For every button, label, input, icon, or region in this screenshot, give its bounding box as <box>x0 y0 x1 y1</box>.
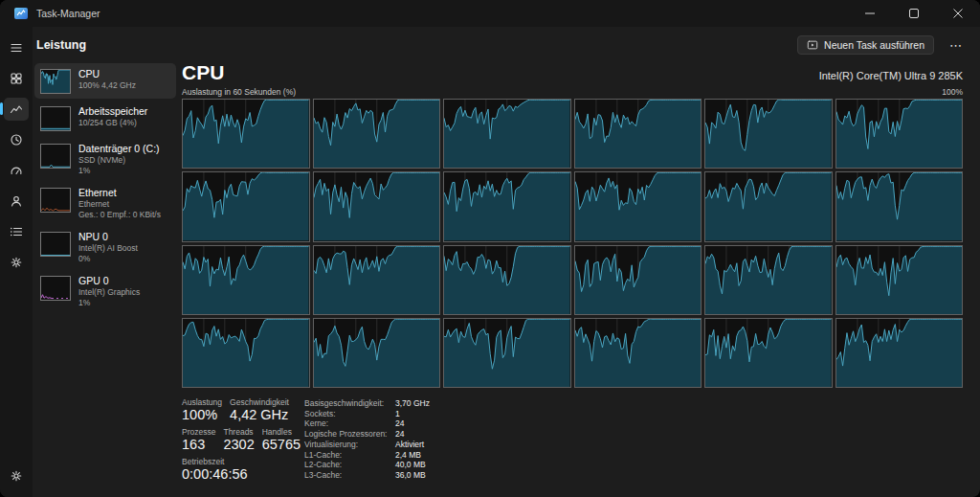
perf-item-gpu0[interactable]: GPU 0Intel(R) Graphics1% <box>34 270 176 312</box>
core-graph-3[interactable] <box>574 99 702 169</box>
perf-item-title: Arbeitsspeicher <box>78 105 147 118</box>
stat-value: 2302 <box>223 437 254 453</box>
detail-row: L2-Cache:40,0 MB <box>304 460 430 470</box>
core-graph-20[interactable] <box>443 318 571 388</box>
perf-item-subtext: SSD (NVMe) <box>78 155 160 166</box>
core-graph-0[interactable] <box>182 99 310 169</box>
chart-caption: Auslastung in 60 Sekunden (%) <box>182 87 296 97</box>
detail-value: 1 <box>395 409 400 419</box>
disk0-mini-graph <box>40 144 71 169</box>
core-graph-2[interactable] <box>443 99 571 169</box>
perf-item-title: GPU 0 <box>78 275 140 287</box>
stat-betriebszeit: Betriebszeit0:00:46:56 <box>182 457 248 483</box>
cpu-heading: CPU <box>182 61 224 84</box>
core-graph-12[interactable] <box>182 245 310 315</box>
core-graph-21[interactable] <box>574 318 702 388</box>
perf-item-subtext: 1% <box>78 166 160 176</box>
settings-button[interactable] <box>4 464 29 487</box>
nav-menu-button[interactable] <box>4 36 29 59</box>
core-graph-14[interactable] <box>443 245 571 315</box>
detail-row: L1-Cache:2,4 MB <box>304 450 430 461</box>
maximize-icon <box>909 9 919 18</box>
stat-label: Threads <box>223 427 254 437</box>
nav-services[interactable] <box>4 251 29 274</box>
stat-label: Auslastung <box>182 397 222 407</box>
perf-item-ethernet[interactable]: EthernetEthernetGes.: 0 Empf.: 0 KBit/s <box>34 182 176 224</box>
core-graph-16[interactable] <box>704 245 833 315</box>
core-graph-4[interactable] <box>704 99 833 169</box>
perf-item-subtext: 100% 4,42 GHz <box>78 80 136 91</box>
titlebar: Task-Manager <box>0 0 980 27</box>
speedometer-icon <box>10 164 23 177</box>
detail-value: 24 <box>395 429 404 440</box>
stat-value: 0:00:46:56 <box>182 466 248 483</box>
perf-item-subtext: Intel(R) AI Boost <box>78 243 138 254</box>
nav-users[interactable] <box>4 190 29 213</box>
task-manager-app-icon <box>13 6 29 21</box>
stat-value: 163 <box>182 437 215 453</box>
hamburger-icon <box>10 41 23 55</box>
command-bar: Leistung Neuen Task ausführen ⋯ <box>33 27 980 63</box>
core-graph-1[interactable] <box>313 99 441 169</box>
chart-max-label: 100% <box>942 87 963 97</box>
core-graph-9[interactable] <box>574 171 702 241</box>
core-graph-15[interactable] <box>574 245 702 315</box>
core-graph-23[interactable] <box>835 318 964 388</box>
detail-row: Kerne:24 <box>304 418 430 429</box>
nav-app-history[interactable] <box>4 128 29 151</box>
run-new-task-button[interactable]: Neuen Task ausführen <box>797 35 934 55</box>
close-icon <box>953 9 963 18</box>
stat-value: 100% <box>182 407 222 423</box>
stat-label: Handles <box>262 427 301 437</box>
perf-item-cpu[interactable]: CPU100% 4,42 GHz <box>34 63 176 99</box>
detail-label: L2-Cache: <box>304 460 395 470</box>
services-gear-icon <box>10 256 23 269</box>
stat-geschwindigkeit: Geschwindigkeit4,42 GHz <box>230 397 289 423</box>
core-graph-17[interactable] <box>835 245 964 315</box>
core-graph-22[interactable] <box>704 318 833 388</box>
gpu0-mini-graph <box>40 276 71 301</box>
core-graph-5[interactable] <box>835 99 964 169</box>
detail-row: Basisgeschwindigkeit:3,70 GHz <box>304 398 430 409</box>
core-graph-18[interactable] <box>182 318 310 388</box>
processes-icon <box>10 72 23 85</box>
core-graph-11[interactable] <box>835 171 964 241</box>
nav-details[interactable] <box>4 220 29 243</box>
detail-label: Virtualisierung: <box>304 440 395 450</box>
more-options-button[interactable]: ⋯ <box>944 34 969 56</box>
stat-prozesse: Prozesse163 <box>182 427 215 453</box>
nav-startup-apps[interactable] <box>4 159 29 182</box>
user-icon <box>10 194 23 208</box>
cpu-stats-summary: Auslastung100%Geschwindigkeit4,42 GHzPro… <box>182 397 299 486</box>
perf-item-memory[interactable]: Arbeitsspeicher10/254 GB (4%) <box>34 101 176 136</box>
perf-item-title: CPU <box>78 68 136 80</box>
page-title: Leistung <box>36 38 86 52</box>
nav-processes[interactable] <box>4 67 29 90</box>
core-graph-10[interactable] <box>704 171 833 241</box>
nav-performance[interactable] <box>4 98 29 121</box>
core-graph-6[interactable] <box>182 171 310 241</box>
perf-item-subtext: 10/254 GB (4%) <box>78 118 147 128</box>
minimize-button[interactable] <box>848 0 892 27</box>
minimize-icon <box>865 9 875 18</box>
perf-item-subtext: 1% <box>78 298 140 308</box>
core-graph-13[interactable] <box>313 245 441 315</box>
detail-value: 24 <box>395 418 404 429</box>
perf-item-title: Ethernet <box>78 187 161 199</box>
core-graph-19[interactable] <box>313 318 441 388</box>
core-graph-8[interactable] <box>443 171 571 241</box>
detail-label: Sockets: <box>304 409 395 419</box>
cpu-stats-details: Basisgeschwindigkeit:3,70 GHzSockets:1Ke… <box>304 397 430 486</box>
close-button[interactable] <box>936 0 980 27</box>
list-icon <box>10 225 23 238</box>
perf-item-disk0[interactable]: Datenträger 0 (C:)SSD (NVMe)1% <box>34 138 176 180</box>
detail-label: Kerne: <box>304 418 395 429</box>
settings-gear-icon <box>10 469 23 483</box>
core-graph-7[interactable] <box>313 171 441 241</box>
detail-row: Sockets:1 <box>304 409 430 419</box>
stat-label: Geschwindigkeit <box>230 397 289 407</box>
perf-item-subtext: 0% <box>78 254 138 264</box>
detail-row: Virtualisierung:Aktiviert <box>304 440 430 450</box>
perf-item-npu0[interactable]: NPU 0Intel(R) AI Boost0% <box>34 226 176 268</box>
maximize-button[interactable] <box>892 0 936 27</box>
